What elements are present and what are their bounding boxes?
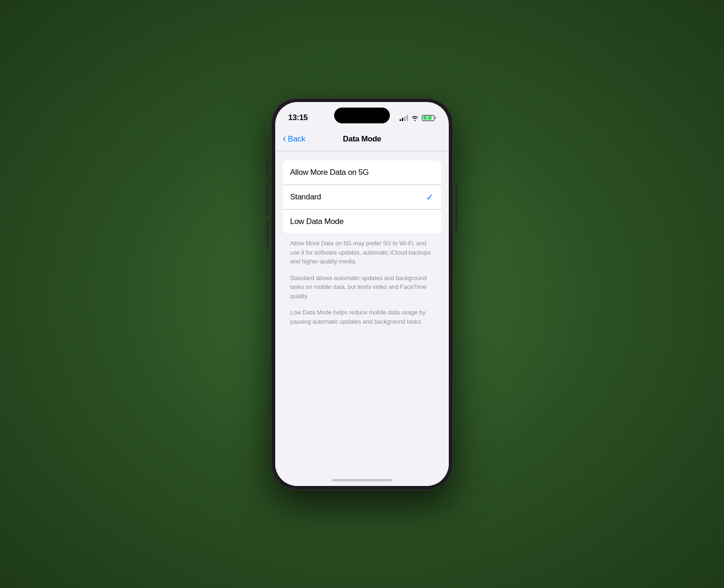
status-icons bbox=[400, 115, 436, 121]
status-time: 13:15 bbox=[288, 113, 308, 122]
volume-up-button bbox=[266, 184, 268, 214]
volume-down-button bbox=[266, 220, 268, 250]
option-allow-more[interactable]: Allow More Data on 5G bbox=[283, 160, 441, 185]
checkmark-icon: ✓ bbox=[426, 192, 434, 203]
power-button bbox=[456, 184, 458, 230]
back-label: Back bbox=[288, 134, 305, 144]
page-title: Data Mode bbox=[343, 134, 381, 144]
allow-more-description: Allow More Data on 5G may prefer 5G to W… bbox=[290, 239, 434, 266]
battery-body bbox=[422, 115, 434, 121]
standard-description: Standard allows automatic updates and ba… bbox=[290, 274, 434, 301]
content-area: Allow More Data on 5G Standard ✓ Low Dat… bbox=[275, 151, 449, 486]
option-low-data[interactable]: Low Data Mode bbox=[283, 209, 441, 233]
dynamic-island bbox=[334, 108, 390, 123]
options-list: Allow More Data on 5G Standard ✓ Low Dat… bbox=[283, 160, 441, 233]
phone-device: 13:15 bbox=[272, 98, 452, 490]
low-data-desc-text: Low Data Mode helps reduce mobile data u… bbox=[290, 308, 434, 326]
home-indicator bbox=[332, 479, 392, 481]
mute-button bbox=[266, 159, 268, 176]
low-data-description: Low Data Mode helps reduce mobile data u… bbox=[290, 308, 434, 326]
phone-screen: 13:15 bbox=[275, 102, 449, 486]
option-low-data-label: Low Data Mode bbox=[290, 217, 343, 226]
nav-bar: ‹ Back Data Mode bbox=[275, 127, 449, 151]
signal-bar-3 bbox=[404, 116, 406, 121]
battery-tip bbox=[435, 116, 436, 119]
back-chevron-icon: ‹ bbox=[283, 134, 286, 144]
signal-icon bbox=[400, 115, 408, 121]
allow-more-desc-text: Allow More Data on 5G may prefer 5G to W… bbox=[290, 239, 434, 266]
battery-fill bbox=[423, 116, 432, 120]
option-allow-more-label: Allow More Data on 5G bbox=[290, 168, 368, 177]
battery-icon bbox=[422, 115, 436, 121]
option-standard-label: Standard bbox=[290, 192, 321, 202]
status-bar: 13:15 bbox=[275, 102, 449, 127]
signal-bar-4 bbox=[407, 115, 408, 121]
scene: 13:15 bbox=[0, 0, 724, 588]
signal-bar-1 bbox=[400, 119, 401, 121]
standard-desc-text: Standard allows automatic updates and ba… bbox=[290, 274, 434, 301]
option-standard[interactable]: Standard ✓ bbox=[283, 185, 441, 209]
back-button[interactable]: ‹ Back bbox=[283, 134, 305, 144]
wifi-icon bbox=[411, 115, 419, 121]
descriptions-area: Allow More Data on 5G may prefer 5G to W… bbox=[275, 233, 449, 326]
signal-bar-2 bbox=[402, 118, 403, 121]
